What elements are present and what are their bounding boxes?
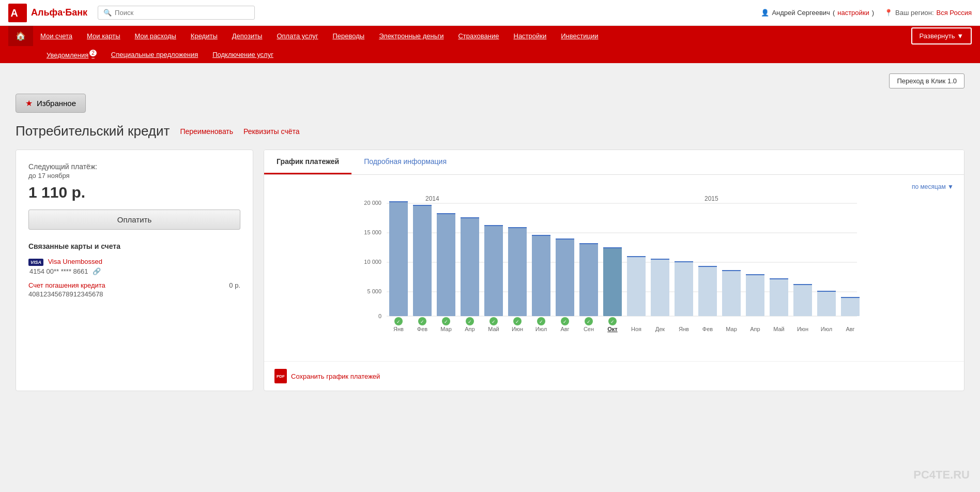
card-link[interactable]: Visa Unembossed <box>48 258 102 265</box>
svg-text:Янв: Янв <box>393 326 404 332</box>
svg-rect-52 <box>841 297 860 316</box>
save-chart-link[interactable]: Сохранить график платежей <box>291 372 380 380</box>
nav-link-notifications[interactable]: Уведомления2 <box>39 49 104 60</box>
svg-text:2014: 2014 <box>425 196 439 202</box>
svg-text:Сен: Сен <box>584 326 594 332</box>
svg-rect-18 <box>437 214 455 316</box>
card-number: 4154 00** **** 8661 🔗 <box>29 267 240 275</box>
svg-text:Апр: Апр <box>465 326 474 332</box>
account-link[interactable]: Счет погашения кредита <box>28 281 105 289</box>
nav-link-expenses[interactable]: Мои расходы <box>128 27 183 45</box>
settings-link[interactable]: настройки <box>837 9 869 17</box>
svg-text:Июл: Июл <box>821 326 832 332</box>
nav-link-connect-services[interactable]: Подключение услуг <box>205 50 281 59</box>
svg-rect-50 <box>817 291 836 316</box>
svg-text:10 000: 10 000 <box>364 259 381 265</box>
svg-text:Мар: Мар <box>726 326 737 332</box>
svg-rect-26 <box>532 235 550 316</box>
svg-rect-42 <box>722 271 741 316</box>
svg-text:Июл: Июл <box>535 326 547 332</box>
svg-text:Апр: Апр <box>750 326 760 332</box>
switch-version-button[interactable]: Переход в Клик 1.0 <box>889 73 964 88</box>
nav-link-accounts[interactable]: Мои счета <box>33 27 80 45</box>
account-info: Счет погашения кредита 40812345678912345… <box>28 281 105 298</box>
svg-text:Мар: Мар <box>440 326 452 332</box>
svg-rect-36 <box>651 259 669 316</box>
logo-text: Альфа·Банк <box>31 7 87 18</box>
svg-text:Янв: Янв <box>679 326 689 332</box>
svg-text:Июн: Июн <box>512 326 523 332</box>
svg-rect-16 <box>413 205 432 316</box>
tab-detailed-info[interactable]: Подробная информация <box>351 150 459 174</box>
page-title: Потребительский кредит <box>16 123 170 139</box>
svg-text:Авг: Авг <box>560 326 569 332</box>
user-name: Андрей Сергеевич <box>772 9 830 17</box>
nav-link-emoney[interactable]: Электронные деньги <box>372 27 451 45</box>
svg-rect-40 <box>698 266 717 316</box>
svg-text:Ноя: Ноя <box>631 326 641 332</box>
header-right: 👤 Андрей Сергеевич ( настройки ) 📍 Ваш р… <box>761 9 972 17</box>
nav-main: 🏠 Мои счета Мои карты Мои расходы Кредит… <box>8 26 972 46</box>
nav-secondary: Уведомления2 Специальные предложения Под… <box>8 46 972 63</box>
search-icon: 🔍 <box>103 9 112 17</box>
link-icon: 🔗 <box>93 267 101 275</box>
header: А Альфа·Банк 🔍 👤 Андрей Сергеевич ( наст… <box>0 0 980 26</box>
svg-text:2015: 2015 <box>705 196 718 202</box>
svg-text:Окт: Окт <box>607 326 618 332</box>
svg-rect-34 <box>627 257 646 316</box>
card-item: VISA Visa Unembossed 4154 00** **** 8661… <box>28 258 240 275</box>
search-box[interactable]: 🔍 <box>98 6 255 20</box>
nav-link-cards[interactable]: Мои карты <box>80 27 128 45</box>
svg-rect-24 <box>508 228 527 316</box>
left-panel: Следующий платёж: до 17 ноября 1 110 р. … <box>16 150 253 391</box>
tab-payment-schedule[interactable]: График платежей <box>264 150 351 174</box>
star-icon: ★ <box>25 98 33 108</box>
nav-link-transfers[interactable]: Переводы <box>325 27 372 45</box>
svg-rect-38 <box>675 262 693 316</box>
region-info: 📍 Ваш регион: Вся Россия <box>884 9 972 17</box>
nav-link-credits[interactable]: Кредиты <box>183 27 225 45</box>
nav-link-investments[interactable]: Инвестиции <box>554 27 605 45</box>
favorites-button[interactable]: ★ Избранное <box>16 94 86 113</box>
home-icon: 🏠 <box>16 31 26 41</box>
svg-rect-22 <box>484 226 503 316</box>
chart-header: по месяцам ▼ <box>269 183 954 190</box>
svg-text:Май: Май <box>488 326 499 332</box>
nav-link-settings[interactable]: Настройки <box>507 27 554 45</box>
svg-text:Июн: Июн <box>797 326 808 332</box>
svg-text:5 000: 5 000 <box>367 288 381 294</box>
svg-text:✓: ✓ <box>492 319 496 324</box>
nav-link-deposits[interactable]: Депозиты <box>225 27 270 45</box>
nav-expand-button[interactable]: Развернуть ▼ <box>911 27 972 44</box>
svg-text:Май: Май <box>773 326 785 332</box>
card-name-row: VISA Visa Unembossed <box>28 258 240 266</box>
svg-text:✓: ✓ <box>539 319 543 324</box>
svg-text:✓: ✓ <box>420 319 424 324</box>
svg-text:✓: ✓ <box>563 319 567 324</box>
svg-rect-30 <box>579 244 598 316</box>
search-input[interactable] <box>115 9 249 17</box>
chart-svg: 20 000 15 000 10 000 5 000 0 2014 2 <box>269 196 954 340</box>
next-payment-date: до 17 ноября <box>28 172 240 180</box>
rename-link[interactable]: Переименовать <box>180 127 233 136</box>
user-icon: 👤 <box>761 9 769 17</box>
svg-text:✓: ✓ <box>587 319 591 324</box>
linked-label: Связанные карты и счета <box>28 242 240 250</box>
svg-rect-48 <box>793 285 812 316</box>
next-payment-label: Следующий платёж: <box>28 162 240 171</box>
home-button[interactable]: 🏠 <box>8 26 33 46</box>
visa-badge: VISA <box>28 259 43 266</box>
requisites-link[interactable]: Реквизиты счёта <box>243 127 299 136</box>
chart-filter[interactable]: по месяцам ▼ <box>912 183 954 190</box>
pay-button[interactable]: Оплатить <box>28 210 240 230</box>
payment-amount: 1 110 р. <box>28 184 240 201</box>
region-link[interactable]: Вся Россия <box>937 9 972 17</box>
nav-link-payments[interactable]: Оплата услуг <box>269 27 325 45</box>
main-content: Переход в Клик 1.0 ★ Избранное Потребите… <box>0 63 980 492</box>
nav-link-insurance[interactable]: Страхование <box>451 27 506 45</box>
svg-text:Фев: Фев <box>417 326 427 332</box>
svg-rect-20 <box>461 218 479 316</box>
tabs: График платежей Подробная информация <box>264 150 964 175</box>
svg-rect-46 <box>770 279 788 316</box>
nav-link-special-offers[interactable]: Специальные предложения <box>104 50 205 59</box>
